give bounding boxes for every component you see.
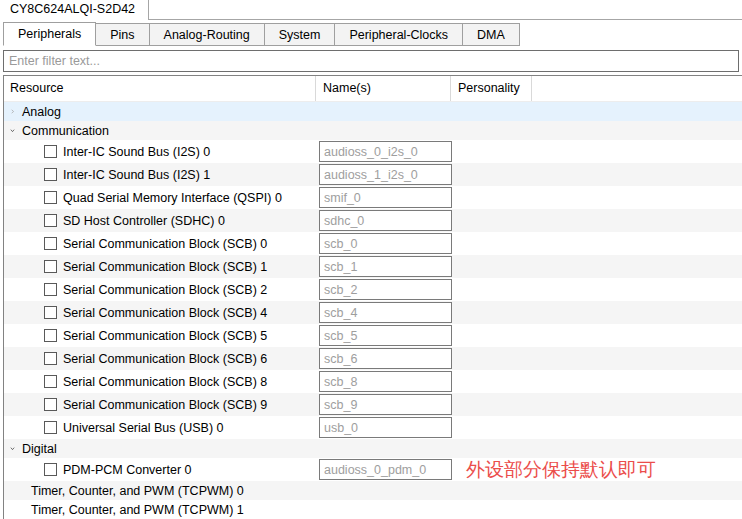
chevron-right-icon[interactable] (4, 504, 24, 515)
chevron-down-icon[interactable] (4, 443, 15, 454)
tree-row[interactable]: Inter-IC Sound Bus (I2S) 1 (4, 163, 742, 186)
resource-checkbox[interactable] (44, 237, 57, 250)
resource-name-input[interactable] (319, 256, 452, 277)
tab-system[interactable]: System (264, 23, 336, 46)
resource-label: Serial Communication Block (SCB) 0 (63, 237, 267, 251)
tree-row[interactable]: Serial Communication Block (SCB) 8 (4, 370, 742, 393)
tree-row[interactable]: SD Host Controller (SDHC) 0 (4, 209, 742, 232)
resource-name-input[interactable] (319, 325, 452, 346)
resource-name-input[interactable] (319, 302, 452, 323)
document-tab-bar: CY8C624ALQI-S2D42 (0, 0, 742, 20)
resource-checkbox[interactable] (44, 191, 57, 204)
tree-row[interactable]: Serial Communication Block (SCB) 0 (4, 232, 742, 255)
group-label: Timer, Counter, and PWM (TCPWM) 0 (31, 484, 244, 498)
tab-peripherals[interactable]: Peripherals (3, 22, 96, 46)
resource-checkbox[interactable] (44, 329, 57, 342)
chevron-right-icon[interactable] (4, 106, 15, 117)
resource-checkbox[interactable] (44, 398, 57, 411)
tree-row[interactable]: Timer, Counter, and PWM (TCPWM) 1 (4, 500, 742, 519)
resource-table: Resource Name(s) Personality AnalogCommu… (3, 75, 742, 519)
group-label: Timer, Counter, and PWM (TCPWM) 1 (31, 503, 244, 517)
group-label: Analog (22, 105, 61, 119)
tree-row[interactable]: Communication (4, 121, 742, 140)
resource-name-input[interactable] (319, 371, 452, 392)
tree-row[interactable]: Serial Communication Block (SCB) 1 (4, 255, 742, 278)
resource-checkbox[interactable] (44, 463, 57, 476)
chevron-down-icon[interactable] (4, 125, 15, 136)
filter-input[interactable] (3, 50, 739, 72)
resource-name-input[interactable] (319, 459, 452, 480)
tree-row[interactable]: Digital (4, 439, 742, 458)
resource-label: Quad Serial Memory Interface (QSPI) 0 (63, 191, 282, 205)
resource-name-input[interactable] (319, 279, 452, 300)
tree-row[interactable]: Quad Serial Memory Interface (QSPI) 0 (4, 186, 742, 209)
resource-name-input[interactable] (319, 210, 452, 231)
resource-label: Serial Communication Block (SCB) 2 (63, 283, 267, 297)
resource-label: Inter-IC Sound Bus (I2S) 1 (63, 168, 210, 182)
column-header-resource[interactable]: Resource (4, 76, 316, 101)
tree-row[interactable]: Inter-IC Sound Bus (I2S) 0 (4, 140, 742, 163)
resource-checkbox[interactable] (44, 260, 57, 273)
resource-label: Serial Communication Block (SCB) 4 (63, 306, 267, 320)
resource-name-input[interactable] (319, 164, 452, 185)
resource-name-input[interactable] (319, 141, 452, 162)
resource-name-input[interactable] (319, 233, 452, 254)
column-header-personality[interactable]: Personality (451, 76, 532, 101)
resource-label: Serial Communication Block (SCB) 9 (63, 398, 267, 412)
resource-name-input[interactable] (319, 417, 452, 438)
red-annotation-text: 外设部分保持默认即可 (466, 458, 656, 481)
tree-row[interactable]: PDM-PCM Converter 0外设部分保持默认即可 (4, 458, 742, 481)
resource-checkbox[interactable] (44, 283, 57, 296)
resource-checkbox[interactable] (44, 421, 57, 434)
chevron-right-icon[interactable] (4, 485, 24, 496)
resource-checkbox[interactable] (44, 145, 57, 158)
resource-label: PDM-PCM Converter 0 (63, 463, 192, 477)
resource-label: Serial Communication Block (SCB) 1 (63, 260, 267, 274)
resource-label: Inter-IC Sound Bus (I2S) 0 (63, 145, 210, 159)
tree-row[interactable]: Serial Communication Block (SCB) 9 (4, 393, 742, 416)
resource-name-input[interactable] (319, 187, 452, 208)
resource-label: SD Host Controller (SDHC) 0 (63, 214, 225, 228)
resource-label: Serial Communication Block (SCB) 6 (63, 352, 267, 366)
resource-checkbox[interactable] (44, 375, 57, 388)
resource-checkbox[interactable] (44, 306, 57, 319)
resource-label: Universal Serial Bus (USB) 0 (63, 421, 223, 435)
resource-checkbox[interactable] (44, 352, 57, 365)
table-body: AnalogCommunicationInter-IC Sound Bus (I… (4, 102, 742, 519)
tree-row[interactable]: Analog (4, 102, 742, 121)
device-tab[interactable]: CY8C624ALQI-S2D42 (0, 0, 149, 20)
tab-analog-routing[interactable]: Analog-Routing (149, 23, 265, 46)
group-label: Communication (22, 124, 109, 138)
resource-name-input[interactable] (319, 394, 452, 415)
resource-label: Serial Communication Block (SCB) 8 (63, 375, 267, 389)
resource-checkbox[interactable] (44, 214, 57, 227)
tab-pins[interactable]: Pins (95, 23, 149, 46)
tab-peripheral-clocks[interactable]: Peripheral-Clocks (334, 23, 463, 46)
tree-row[interactable]: Serial Communication Block (SCB) 6 (4, 347, 742, 370)
column-header-names[interactable]: Name(s) (316, 76, 451, 101)
tree-row[interactable]: Serial Communication Block (SCB) 4 (4, 301, 742, 324)
tree-row[interactable]: Serial Communication Block (SCB) 2 (4, 278, 742, 301)
table-header: Resource Name(s) Personality (4, 76, 742, 102)
tree-row[interactable]: Timer, Counter, and PWM (TCPWM) 0 (4, 481, 742, 500)
tab-dma[interactable]: DMA (462, 23, 520, 46)
tree-row[interactable]: Universal Serial Bus (USB) 0 (4, 416, 742, 439)
tree-row[interactable]: Serial Communication Block (SCB) 5 (4, 324, 742, 347)
group-label: Digital (22, 442, 57, 456)
resource-label: Serial Communication Block (SCB) 5 (63, 329, 267, 343)
resource-name-input[interactable] (319, 348, 452, 369)
mode-tab-bar: PeripheralsPinsAnalog-RoutingSystemPerip… (0, 21, 742, 46)
resource-checkbox[interactable] (44, 168, 57, 181)
filter-bar (0, 46, 742, 72)
